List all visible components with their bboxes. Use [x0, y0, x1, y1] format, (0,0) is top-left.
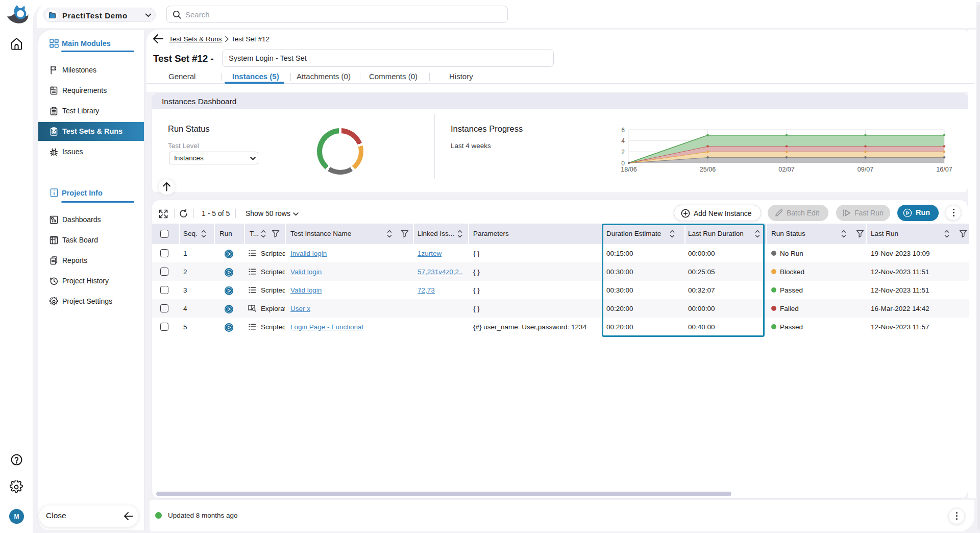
svg-text:18/06: 18/06	[621, 166, 636, 173]
svg-text:2: 2	[621, 149, 625, 156]
svg-text:09/07: 09/07	[857, 166, 873, 173]
svg-text:16/07: 16/07	[936, 166, 952, 173]
svg-text:4: 4	[621, 137, 625, 144]
svg-text:6: 6	[621, 127, 625, 134]
svg-text:02/07: 02/07	[778, 166, 794, 173]
svg-text:25/06: 25/06	[700, 166, 716, 173]
